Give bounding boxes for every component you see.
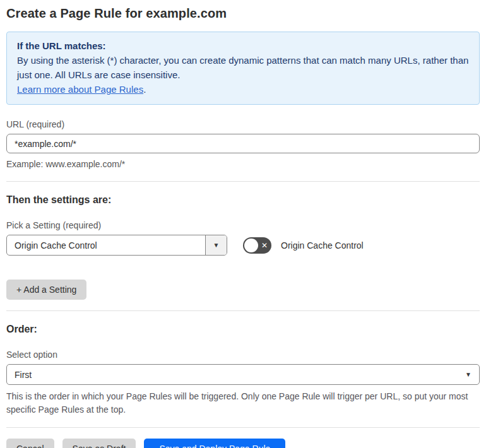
order-section-heading: Order:: [6, 324, 480, 335]
learn-more-link[interactable]: Learn more about Page Rules: [17, 84, 143, 95]
order-helper-text: This is the order in which your Page Rul…: [6, 390, 477, 416]
divider: [6, 181, 480, 182]
cancel-button[interactable]: Cancel: [6, 439, 54, 448]
url-example-helper: Example: www.example.com/*: [6, 158, 480, 170]
save-as-draft-button[interactable]: Save as Draft: [62, 439, 136, 448]
chevron-down-icon: ▼: [465, 372, 471, 378]
setting-select-value: Origin Cache Control: [7, 235, 205, 255]
link-suffix: .: [143, 84, 146, 95]
order-select-value: First: [15, 370, 32, 380]
setting-select-caret-button[interactable]: ▼: [205, 235, 227, 255]
chevron-down-icon: ▼: [213, 242, 220, 249]
info-box-body: By using the asterisk (*) character, you…: [17, 53, 469, 82]
add-setting-button[interactable]: + Add a Setting: [6, 280, 86, 300]
toggle-knob: [244, 239, 258, 252]
info-box-link-row: Learn more about Page Rules.: [17, 82, 469, 97]
origin-cache-control-toggle[interactable]: ✕: [243, 237, 271, 254]
setting-select[interactable]: Origin Cache Control ▼: [6, 235, 227, 256]
url-input[interactable]: [6, 134, 480, 153]
order-select-label: Select option: [6, 350, 480, 360]
footer-actions: Cancel Save as Draft Save and Deploy Pag…: [6, 439, 480, 448]
divider: [6, 427, 480, 428]
create-page-rule-form: Create a Page Rule for example.com If th…: [0, 0, 486, 448]
info-box-heading: If the URL matches:: [17, 38, 469, 53]
page-title: Create a Page Rule for example.com: [6, 6, 480, 21]
pick-setting-label: Pick a Setting (required): [6, 220, 480, 230]
settings-section-heading: Then the settings are:: [6, 194, 480, 206]
toggle-label: Origin Cache Control: [281, 240, 364, 251]
toggle-off-x-icon: ✕: [261, 242, 268, 249]
url-match-info-box: If the URL matches: By using the asteris…: [6, 32, 480, 105]
url-field-label: URL (required): [6, 119, 480, 129]
save-and-deploy-button[interactable]: Save and Deploy Page Rule: [144, 439, 285, 448]
divider: [6, 310, 480, 311]
order-select[interactable]: First ▼: [6, 364, 480, 385]
setting-row: Origin Cache Control ▼ ✕ Origin Cache Co…: [6, 235, 480, 256]
